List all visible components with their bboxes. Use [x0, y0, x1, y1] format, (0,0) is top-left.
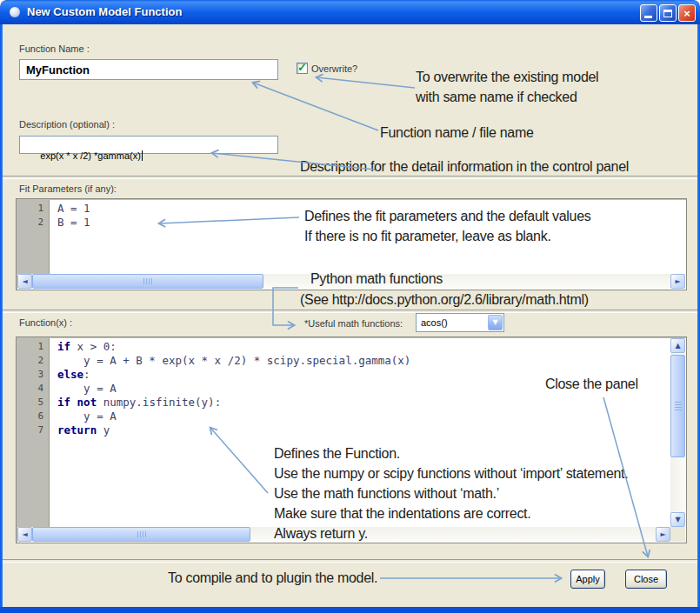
thumb-grip: [143, 278, 152, 284]
useful-math-label: *Useful math functions:: [304, 318, 403, 329]
maximize-button[interactable]: [659, 4, 677, 22]
thumb-grip: [675, 402, 682, 410]
arrow-to-function-name-input: [253, 83, 378, 130]
vertical-scrollbar[interactable]: ▲ ▼: [670, 338, 685, 527]
scroll-left-icon: ◄: [22, 278, 27, 285]
minimize-icon: [644, 16, 652, 18]
function-name-label: Function Name :: [19, 43, 90, 54]
title-bar[interactable]: New Custom Model Function ×: [0, 0, 700, 24]
code-line: 1if x > 0:: [17, 340, 685, 354]
description-value: exp(x * x /2) *gamma(x): [40, 150, 141, 161]
scroll-left-icon: ◄: [22, 531, 27, 538]
dropdown-selected-value: acos(): [421, 317, 448, 328]
code-line: 7return y: [17, 423, 685, 437]
arrow-to-overwrite-checkbox: [317, 77, 415, 88]
scroll-down-button[interactable]: ▼: [670, 512, 685, 527]
function-name-input[interactable]: MyFunction: [19, 59, 278, 80]
thumb-grip: [137, 531, 146, 537]
annotation-overwrite: To overwrite the existing model with sam…: [416, 67, 598, 107]
text-caret: [142, 150, 143, 161]
window-title: New Custom Model Function: [27, 5, 182, 18]
scroll-left-button[interactable]: ◄: [17, 274, 32, 289]
dropdown-button[interactable]: ▼: [488, 315, 503, 330]
scrollbar-thumb[interactable]: [32, 274, 263, 289]
scrollbar-thumb[interactable]: [670, 355, 685, 457]
apply-button[interactable]: Apply: [570, 570, 605, 589]
minimize-button[interactable]: [640, 4, 657, 22]
description-label: Description (optional) :: [19, 119, 115, 130]
code-line: 6 y = A: [17, 410, 685, 423]
scroll-left-button[interactable]: ◄: [17, 527, 32, 542]
function-name-value: MyFunction: [26, 63, 90, 77]
close-window-button[interactable]: ×: [678, 4, 696, 22]
window-border-bottom: [0, 607, 700, 613]
scrollbar-thumb[interactable]: [32, 527, 250, 542]
window-border-left: [0, 24, 3, 613]
function-x-label: Function(x) :: [19, 317, 72, 328]
section-divider: [3, 559, 697, 563]
fit-parameters-label: Fit Parameters (if any):: [19, 183, 117, 194]
code-line: 2 y = A + B * exp(x * x /2) * scipy.spec…: [17, 354, 685, 368]
scroll-up-icon: ▲: [675, 343, 680, 350]
close-icon: ×: [683, 8, 690, 19]
scroll-up-button[interactable]: ▲: [670, 338, 685, 353]
chevron-down-icon: ▼: [492, 319, 497, 326]
maximize-icon: [663, 10, 672, 17]
app-icon: [10, 7, 20, 17]
description-input[interactable]: exp(x * x /2) *gamma(x): [19, 136, 278, 154]
annotation-close-panel: Close the panel: [545, 374, 638, 394]
scroll-right-icon: ►: [660, 531, 665, 538]
scrollbar-corner: [670, 527, 685, 542]
scroll-right-icon: ►: [675, 278, 680, 285]
bracket-to-math-dropdown: [273, 288, 298, 325]
scroll-down-icon: ▼: [675, 516, 680, 523]
annotation-fit-parameters: Defines the fit parameters and the defau…: [304, 206, 591, 246]
close-button[interactable]: Close: [625, 570, 667, 589]
section-divider: [3, 310, 697, 313]
dialog-window: New Custom Model Function × Function Nam…: [0, 0, 700, 613]
scroll-right-button[interactable]: ►: [656, 527, 670, 542]
annotation-python-math: Python math functions: [310, 269, 443, 289]
checkmark-icon: ✓: [297, 63, 307, 72]
overwrite-label[interactable]: Overwrite?: [311, 63, 357, 74]
overwrite-checkbox[interactable]: ✓: [297, 63, 308, 74]
annotation-description: Description for the detail information i…: [300, 157, 629, 177]
annotation-compile: To compile and to plugin the model.: [168, 568, 377, 588]
annotation-python-math-url: (See http://docs.python.org/2.6/library/…: [300, 290, 589, 310]
annotation-function-name: Function name / file name: [380, 123, 534, 143]
annotation-function-notes: Defines the Function. Use the numpy or s…: [274, 443, 628, 543]
code-line: 5if not numpy.isfinite(y):: [17, 396, 685, 410]
scroll-right-button[interactable]: ►: [670, 274, 685, 289]
math-functions-dropdown[interactable]: acos() ▼: [416, 313, 504, 332]
